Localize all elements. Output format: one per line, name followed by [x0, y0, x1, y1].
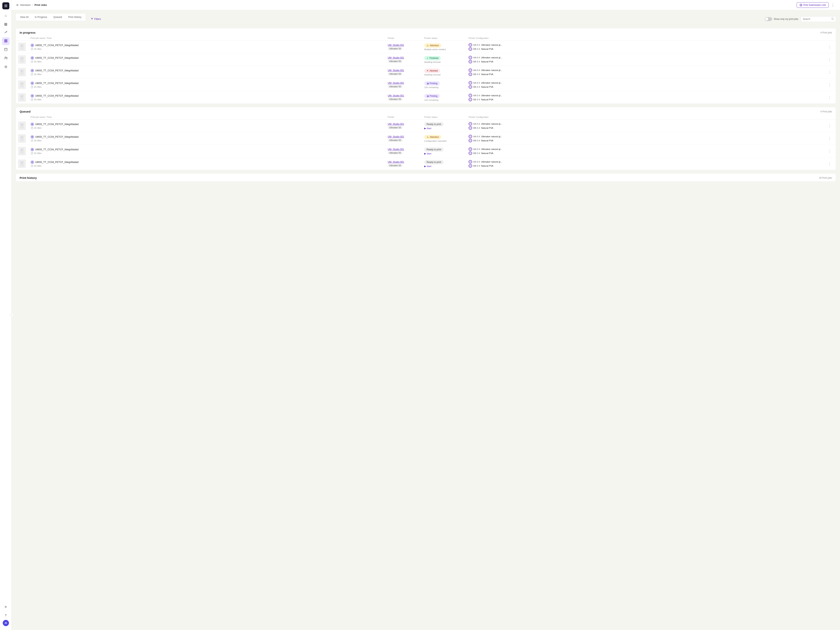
- main-content: ⊞ Heineken / Print Jobs Print Submission…: [12, 0, 840, 630]
- user-avatar[interactable]: JD: [3, 620, 9, 626]
- printer-link[interactable]: UM- Studio-001: [388, 56, 423, 59]
- sidebar-item-settings[interactable]: ⚙: [2, 63, 10, 71]
- print-submission-link-button[interactable]: Print Submission Link: [797, 2, 829, 8]
- table-row: U UMS5_TT_CC04_PETCF_0degsfdadad 🕐2h 36m…: [16, 145, 836, 158]
- breadcrumb-org[interactable]: Heineken: [20, 3, 31, 6]
- sidebar-item-help[interactable]: ?: [2, 611, 10, 619]
- col-status: Printer status: [424, 37, 467, 39]
- row-more-button[interactable]: ⋮: [826, 124, 834, 128]
- tab-in-progress[interactable]: In Progress: [32, 14, 51, 20]
- config-name-bb: Natural PVA: [481, 48, 493, 50]
- printer-link[interactable]: UM- Studio-001: [388, 148, 423, 151]
- svg-point-4: [5, 57, 6, 58]
- row-more-button[interactable]: ⋮: [826, 83, 834, 87]
- breadcrumb-icon: ⊞: [16, 3, 19, 6]
- avatar: U: [30, 160, 34, 164]
- time-value: 2h 36m: [34, 60, 41, 63]
- job-user-row: U UMS5_TT_CC04_PETCF_0degsfdadad: [30, 56, 386, 60]
- sidebar-item-tools[interactable]: [2, 29, 10, 36]
- svg-rect-33: [21, 150, 23, 150]
- svg-rect-36: [21, 162, 23, 163]
- search-icon: [831, 17, 834, 21]
- filters-button[interactable]: Filters: [88, 16, 103, 22]
- status-badge: ⚠ Attention: [424, 135, 441, 139]
- sidebar-item-calendar[interactable]: [2, 46, 10, 54]
- status-icon: ✓: [426, 57, 429, 60]
- more-options-button[interactable]: ⋮: [830, 2, 835, 8]
- tab-print-history[interactable]: Print History: [65, 14, 85, 20]
- job-name-col: U UMS5_TT_CC04_PETCF_0degsfdadad 🕐2h 36m: [30, 148, 386, 155]
- tab-queued[interactable]: Queued: [50, 14, 65, 20]
- printer-link[interactable]: UM- Studio-001: [388, 123, 423, 125]
- svg-point-5: [6, 57, 7, 58]
- sidebar-item-print[interactable]: ▦: [2, 20, 10, 28]
- status-badge: Ready to print: [424, 147, 444, 152]
- printer-link[interactable]: UM- Studio-001: [388, 94, 423, 97]
- config-slot-bb: BB 0.4: [473, 48, 480, 50]
- filters-label: Filters: [94, 18, 101, 21]
- printer-link[interactable]: UM- Studio-001: [388, 161, 423, 163]
- col-printer: Printer: [388, 116, 423, 118]
- col-status: Printer status: [424, 116, 467, 118]
- config-icon-bb: [469, 47, 472, 51]
- printer-col: UM- Studio-001 Ultimaker S5: [388, 44, 423, 50]
- tab-view-all[interactable]: View All: [17, 14, 32, 20]
- sidebar-item-home[interactable]: ⌂: [2, 12, 10, 19]
- start-link[interactable]: ▶ Start: [424, 127, 431, 130]
- my-jobs-toggle[interactable]: [765, 17, 772, 21]
- status-badge: ⚠ Attention: [424, 43, 441, 47]
- avatar: U: [30, 123, 34, 126]
- col-config: Printer Configuraton: [469, 37, 824, 39]
- in-progress-count: 4 Print jobs: [820, 31, 832, 34]
- svg-rect-25: [21, 96, 22, 97]
- home-icon: ⌂: [5, 14, 7, 18]
- printer-col: UM- Studio-001 Ultimaker S5: [388, 135, 423, 142]
- svg-rect-30: [21, 137, 23, 137]
- row-more-button[interactable]: ⋮: [826, 136, 834, 141]
- filters-icon: [91, 17, 93, 21]
- svg-rect-11: [20, 44, 24, 50]
- link-icon: [799, 4, 802, 6]
- avatar: U: [30, 94, 34, 98]
- config-col: AA 0.4Ultimaker natural gl... BB 0.4Natu…: [469, 94, 824, 101]
- config-name-aa: Ultimaker natural gl...: [481, 44, 502, 46]
- job-name-col: U UMS5_TT_CC04_PETCF_0degsfdadad 🕐2h 36m: [30, 94, 386, 101]
- svg-rect-27: [21, 124, 23, 125]
- row-more-button[interactable]: ⋮: [826, 95, 834, 99]
- jobs-icon: [4, 39, 8, 44]
- config-slot-aa: AA 0.4: [473, 44, 480, 46]
- sidebar-item-jobs[interactable]: [2, 37, 10, 45]
- job-time: 🕐 2h 36m: [30, 60, 386, 63]
- job-name: UMS5_TT_CC04_PETCF_0degsfdadad: [35, 57, 79, 59]
- svg-rect-29: [20, 136, 24, 141]
- table-row: U UMS5_TT_CC04_PETCF_0degsfdadad 🕐2h 36m…: [16, 120, 836, 132]
- row-more-button[interactable]: ⋮: [826, 162, 834, 166]
- status-badge: ◑ Printing: [424, 81, 440, 85]
- in-progress-title: In progress: [20, 31, 36, 34]
- row-more-button[interactable]: ⋮: [826, 45, 834, 49]
- svg-rect-14: [20, 57, 24, 62]
- printer-link[interactable]: UM- Studio-001: [388, 82, 423, 84]
- sidebar-item-team[interactable]: [2, 54, 10, 62]
- sidebar-collapse-button[interactable]: ›: [10, 313, 14, 317]
- printer-link[interactable]: UM- Studio-001: [388, 44, 423, 46]
- start-link[interactable]: ▶ Start: [424, 165, 431, 167]
- job-name-col: U UMS5_TT_CC04_PETCF_0degsfdadad 🕐2h 36m: [30, 135, 386, 142]
- breadcrumb-page: Print Jobs: [35, 3, 47, 6]
- app-logo[interactable]: [2, 2, 9, 9]
- search-input[interactable]: [803, 18, 830, 21]
- sidebar-item-grid[interactable]: ⊞: [2, 603, 10, 611]
- status-badge: Ready to print: [424, 160, 444, 164]
- start-link[interactable]: ▶ Start: [424, 152, 431, 155]
- in-progress-header: In progress 4 Print jobs: [16, 28, 836, 36]
- row-more-button[interactable]: ⋮: [826, 57, 834, 62]
- svg-rect-16: [21, 59, 22, 59]
- table-row: U UMS5_TT_CC04_PETCF_0degsfdadad 🕐 2h 36…: [16, 41, 836, 53]
- row-more-button[interactable]: ⋮: [826, 149, 834, 153]
- printer-link[interactable]: UM- Studio-001: [388, 135, 423, 138]
- svg-rect-28: [21, 125, 22, 125]
- row-more-button[interactable]: ⋮: [826, 70, 834, 74]
- job-thumbnail: [18, 81, 26, 89]
- page-header: ⊞ Heineken / Print Jobs Print Submission…: [12, 0, 840, 10]
- printer-link[interactable]: UM- Studio-001: [388, 69, 423, 72]
